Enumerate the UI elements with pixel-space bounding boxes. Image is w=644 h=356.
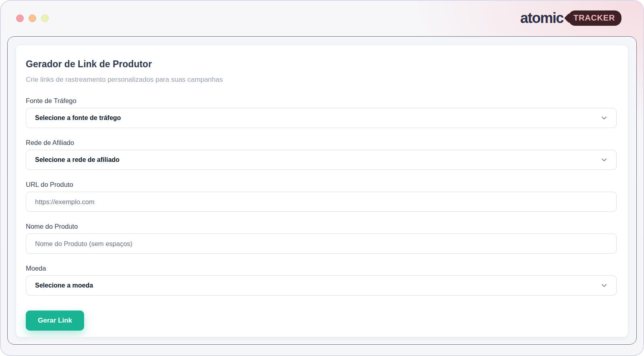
field-product-url: URL do Produto bbox=[26, 181, 617, 212]
chevron-down-icon bbox=[600, 281, 608, 290]
close-button[interactable] bbox=[16, 14, 24, 22]
zoom-button[interactable] bbox=[41, 14, 49, 22]
field-traffic-source: Fonte de Tráfego Selecione a fonte de tr… bbox=[26, 97, 617, 128]
field-currency: Moeda Selecione a moeda bbox=[26, 265, 617, 296]
atomic-tracker-logo: atomic TRACKER bbox=[520, 10, 621, 26]
field-product-name: Nome do Produto bbox=[26, 223, 617, 254]
traffic-source-select-value: Selecione a fonte de tráfego bbox=[35, 114, 121, 122]
traffic-lights bbox=[16, 14, 49, 22]
affiliate-network-select[interactable]: Selecione a rede de afiliado bbox=[26, 150, 617, 170]
affiliate-network-label: Rede de Afiliado bbox=[26, 139, 617, 146]
chevron-down-icon bbox=[600, 114, 608, 122]
currency-select-value: Selecione a moeda bbox=[35, 282, 93, 289]
chevron-down-icon bbox=[600, 156, 608, 164]
traffic-source-select[interactable]: Selecione a fonte de tráfego bbox=[26, 108, 617, 128]
product-url-label: URL do Produto bbox=[26, 181, 617, 188]
page-subtitle: Crie links de rastreamento personalizado… bbox=[26, 76, 617, 83]
titlebar: atomic TRACKER bbox=[1, 1, 643, 35]
currency-select[interactable]: Selecione a moeda bbox=[26, 275, 617, 296]
affiliate-network-select-value: Selecione a rede de afiliado bbox=[35, 156, 120, 164]
product-name-input[interactable] bbox=[26, 234, 617, 254]
main-panel: Gerador de Link de Produtor Crie links d… bbox=[7, 36, 637, 345]
tracker-badge: TRACKER bbox=[568, 10, 621, 26]
generate-link-button[interactable]: Gerar Link bbox=[26, 310, 84, 331]
page-title: Gerador de Link de Produtor bbox=[26, 59, 617, 70]
product-url-input[interactable] bbox=[26, 192, 617, 212]
field-affiliate-network: Rede de Afiliado Selecione a rede de afi… bbox=[26, 139, 617, 170]
minimize-button[interactable] bbox=[29, 14, 36, 22]
tracker-badge-label: TRACKER bbox=[574, 13, 615, 22]
product-name-label: Nome do Produto bbox=[26, 223, 617, 230]
app-window: atomic TRACKER Gerador de Link de Produt… bbox=[0, 0, 644, 356]
traffic-source-label: Fonte de Tráfego bbox=[26, 97, 617, 104]
logo-text: atomic bbox=[520, 11, 564, 25]
currency-label: Moeda bbox=[26, 265, 617, 272]
link-generator-card: Gerador de Link de Produtor Crie links d… bbox=[16, 45, 628, 337]
